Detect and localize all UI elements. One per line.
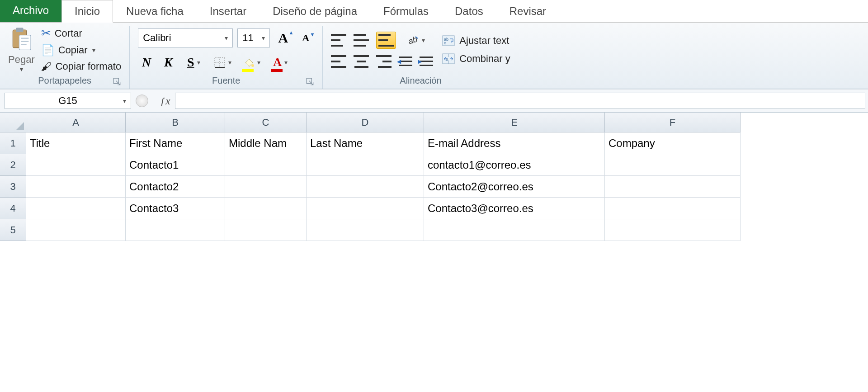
borders-button[interactable]: ▾: [210, 54, 235, 71]
align-right-button[interactable]: [376, 55, 392, 68]
tab-data[interactable]: Datos: [442, 0, 496, 22]
align-center-button[interactable]: [354, 55, 369, 68]
cell[interactable]: Company: [605, 132, 741, 154]
font-size-combo[interactable]: 11 ▾: [237, 28, 270, 47]
decrease-indent-button[interactable]: [399, 56, 412, 67]
wrap-text-button[interactable]: abc Ajustar text: [442, 35, 510, 47]
cell[interactable]: Contacto2: [126, 176, 225, 198]
underline-button[interactable]: S▾: [181, 54, 206, 71]
chevron-down-icon: ▾: [284, 59, 288, 66]
font-color-button[interactable]: A ▾: [268, 54, 292, 71]
wrap-text-icon: abc: [442, 35, 455, 46]
cell[interactable]: [605, 176, 741, 198]
orientation-button[interactable]: ab ▾: [403, 32, 428, 49]
bold-icon: N: [142, 55, 151, 70]
cell[interactable]: [225, 176, 307, 198]
formula-bar: G15 ▾ ƒx: [0, 89, 868, 113]
column-header[interactable]: B: [126, 113, 225, 132]
tab-new-sheet[interactable]: Nueva ficha: [113, 0, 197, 22]
tab-page-layout[interactable]: Diseño de página: [259, 0, 370, 22]
row-header[interactable]: 2: [0, 154, 26, 176]
svg-text:ab: ab: [407, 34, 419, 46]
italic-button[interactable]: K: [160, 54, 177, 71]
column-header[interactable]: F: [605, 113, 741, 132]
table-row: Contacto2 Contacto2@correo.es: [26, 176, 868, 198]
cell[interactable]: [225, 154, 307, 176]
copy-dropdown-icon: ▾: [92, 47, 95, 54]
bold-button[interactable]: N: [138, 54, 155, 71]
merge-icon: a: [442, 53, 455, 64]
paste-button[interactable]: Pegar: [8, 54, 35, 66]
font-color-swatch: [271, 69, 283, 72]
bucket-icon: [243, 57, 255, 68]
cell[interactable]: [424, 219, 605, 241]
align-top-button[interactable]: [331, 34, 346, 47]
clipboard-launcher-icon[interactable]: [113, 78, 121, 86]
cell[interactable]: [605, 198, 741, 219]
orientation-icon: ab: [406, 34, 419, 47]
align-middle-button[interactable]: [354, 34, 369, 47]
align-bottom-button[interactable]: [376, 32, 396, 49]
tab-formulas[interactable]: Fórmulas: [370, 0, 442, 22]
column-header[interactable]: A: [26, 113, 126, 132]
cell[interactable]: [126, 219, 225, 241]
cell[interactable]: [26, 198, 126, 219]
copy-button[interactable]: Copiar ▾: [41, 44, 122, 57]
format-painter-button[interactable]: Copiar formato: [41, 60, 122, 73]
cell[interactable]: [605, 219, 741, 241]
cell[interactable]: Contacto3: [126, 198, 225, 219]
name-box[interactable]: G15 ▾: [5, 93, 131, 109]
shrink-font-button[interactable]: A: [297, 29, 314, 47]
table-row: [26, 219, 868, 241]
cell[interactable]: [26, 219, 126, 241]
cell[interactable]: [307, 219, 424, 241]
cell[interactable]: Last Name: [307, 132, 424, 154]
cell[interactable]: [307, 198, 424, 219]
tab-home[interactable]: Inicio: [61, 0, 113, 23]
cut-button[interactable]: Cortar: [41, 26, 122, 40]
align-left-button[interactable]: [331, 55, 346, 68]
fill-color-button[interactable]: ▾: [239, 54, 264, 71]
column-header[interactable]: C: [225, 113, 307, 132]
row-header[interactable]: 4: [0, 198, 26, 219]
font-size-value: 11: [242, 32, 253, 44]
cell[interactable]: [307, 176, 424, 198]
row-header[interactable]: 1: [0, 132, 26, 154]
merge-center-button[interactable]: a Combinar y: [442, 53, 510, 65]
cell[interactable]: Middle Nam: [225, 132, 307, 154]
cell[interactable]: Title: [26, 132, 126, 154]
copy-icon: [41, 44, 55, 57]
cell[interactable]: [225, 198, 307, 219]
formula-input[interactable]: [175, 93, 865, 109]
tab-insert[interactable]: Insertar: [197, 0, 259, 22]
tab-review[interactable]: Revisar: [496, 0, 559, 22]
cell[interactable]: contacto1@correo.es: [424, 154, 605, 176]
cell[interactable]: [26, 176, 126, 198]
cell[interactable]: Contacto3@correo.es: [424, 198, 605, 219]
cell[interactable]: First Name: [126, 132, 225, 154]
column-header[interactable]: D: [307, 113, 424, 132]
paste-icon: [9, 27, 34, 52]
paste-dropdown-icon[interactable]: ▾: [20, 66, 23, 73]
increase-indent-button[interactable]: [420, 56, 433, 67]
font-name-combo[interactable]: Calibri ▾: [138, 28, 233, 47]
cell[interactable]: [605, 154, 741, 176]
grow-font-button[interactable]: A: [274, 29, 292, 47]
svg-rect-1: [16, 28, 24, 32]
select-all-corner[interactable]: [0, 113, 26, 132]
font-launcher-icon[interactable]: [306, 78, 314, 86]
cell[interactable]: [307, 154, 424, 176]
brush-icon: [41, 60, 52, 73]
italic-icon: K: [164, 55, 173, 70]
cell[interactable]: E-mail Address: [424, 132, 605, 154]
fx-icon[interactable]: ƒx: [160, 95, 170, 107]
name-box-value: G15: [58, 95, 77, 107]
row-header[interactable]: 5: [0, 219, 26, 241]
cell[interactable]: Contacto2@correo.es: [424, 176, 605, 198]
cell[interactable]: [26, 154, 126, 176]
row-header[interactable]: 3: [0, 176, 26, 198]
tab-file[interactable]: Archivo: [0, 0, 61, 22]
cell[interactable]: [225, 219, 307, 241]
cell[interactable]: Contacto1: [126, 154, 225, 176]
column-header[interactable]: E: [424, 113, 605, 132]
